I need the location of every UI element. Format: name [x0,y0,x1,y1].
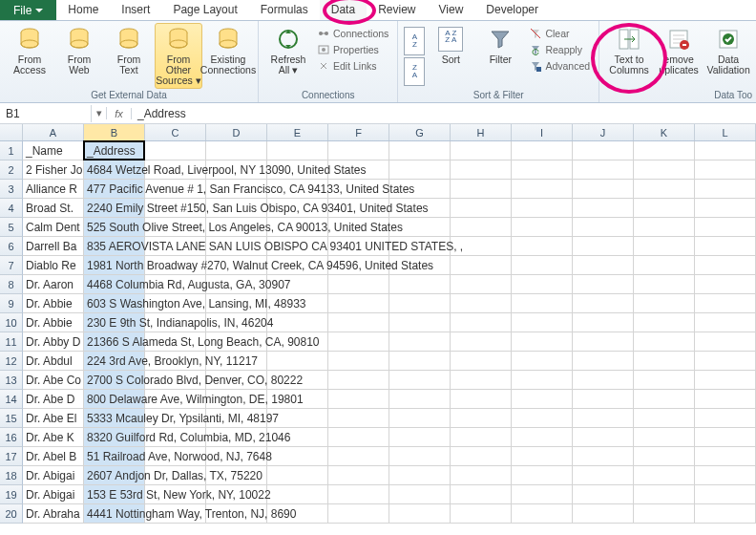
cell[interactable] [389,485,451,504]
cell[interactable] [389,504,451,524]
cell[interactable] [634,466,695,485]
cell[interactable] [328,504,389,524]
col-header-A[interactable]: A [23,124,84,140]
cell[interactable]: 835 AEROVISTA LANE SAN LUIS OBISPO CA 93… [84,237,145,256]
cell[interactable] [328,447,389,466]
cell[interactable] [328,485,389,504]
cell[interactable] [512,160,573,180]
cell[interactable] [695,180,756,199]
cell[interactable]: 2700 S Colorado Blvd, Denver, CO, 80222 [84,371,145,390]
cell[interactable] [451,390,512,409]
tab-developer[interactable]: Developer [474,0,550,20]
cell[interactable] [328,294,389,313]
cell[interactable] [389,160,451,180]
col-header-L[interactable]: L [695,124,756,140]
cell[interactable] [328,332,389,352]
cell[interactable] [634,428,695,447]
cell[interactable]: 4441 Nottingham Way, Trenton, NJ, 8690 [84,504,145,524]
cell[interactable] [695,294,756,313]
cell[interactable] [634,390,695,409]
cell[interactable] [328,409,389,428]
cell[interactable] [573,371,634,390]
row-header[interactable]: 9 [0,294,23,313]
tab-review[interactable]: Review [367,0,427,20]
row-header[interactable]: 14 [0,390,23,409]
cell[interactable] [451,447,512,466]
cell[interactable] [512,447,573,466]
cell[interactable] [634,237,695,256]
cell[interactable]: Alliance R [23,180,84,199]
cell[interactable] [634,332,695,352]
cell[interactable]: _Address [84,141,145,160]
cell[interactable] [695,428,756,447]
row-header[interactable]: 4 [0,199,23,218]
cell[interactable] [451,294,512,313]
cell[interactable]: _Name [23,141,84,160]
cell[interactable]: 21366 S Alameda St, Long Beach, CA, 9081… [84,332,145,352]
reapply-button[interactable]: Reapply [526,42,593,57]
cell[interactable] [451,466,512,485]
cell[interactable]: 5333 Mcauley Dr, Ypsilanti, MI, 48197 [84,409,145,428]
cell[interactable] [573,160,634,180]
cell[interactable] [573,256,634,275]
from-webbutton[interactable]: FromWeb [55,23,103,89]
cell[interactable] [389,466,451,485]
cell[interactable] [328,313,389,332]
col-header-C[interactable]: C [145,124,206,140]
cell[interactable] [512,218,573,237]
cell[interactable] [573,275,634,294]
cell[interactable]: 1981 North Broadway #270, Walnut Creek, … [84,256,145,275]
cell[interactable] [451,218,512,237]
cell[interactable] [634,275,695,294]
cell[interactable] [451,332,512,352]
cell[interactable] [512,371,573,390]
from-other-sources-button[interactable]: From OtherSources ▾ [155,23,202,89]
cell[interactable] [695,352,756,371]
cell[interactable] [451,313,512,332]
cell[interactable] [512,466,573,485]
cell[interactable]: 230 E 9th St, Indianapolis, IN, 46204 [84,313,145,332]
row-header[interactable]: 13 [0,371,23,390]
cell[interactable] [695,447,756,466]
cell[interactable] [695,485,756,504]
cell[interactable]: 2607 Andjon Dr, Dallas, TX, 75220 [84,466,145,485]
cell[interactable]: Dr. Abe El [23,409,84,428]
refresh-all-button[interactable]: RefreshAll ▾ [264,23,312,89]
edit-links-button[interactable]: Edit Links [314,58,391,74]
cell[interactable] [328,390,389,409]
row-header[interactable]: 2 [0,160,23,180]
cell[interactable] [695,218,756,237]
cell[interactable] [695,237,756,256]
existing-connectionsbutton[interactable]: ExistingConnections [204,23,252,89]
cell[interactable] [634,371,695,390]
cell[interactable] [389,141,451,160]
cell[interactable] [328,466,389,485]
row-header[interactable]: 10 [0,313,23,332]
filter-button[interactable]: Filter [476,23,524,89]
cell[interactable] [267,447,328,466]
cell[interactable] [573,313,634,332]
cell[interactable] [695,466,756,485]
properties-button[interactable]: Properties [314,42,391,57]
cell[interactable] [328,275,389,294]
cell[interactable] [267,352,328,371]
cell[interactable] [634,447,695,466]
cell[interactable]: 2 Fisher Jo [23,160,84,180]
cell[interactable] [451,141,512,160]
cell[interactable] [512,428,573,447]
row-header[interactable]: 6 [0,237,23,256]
cell[interactable]: Darrell Ba [23,237,84,256]
col-header-F[interactable]: F [328,124,389,140]
advanced-button[interactable]: Advanced [526,58,593,74]
cell[interactable] [573,447,634,466]
select-all-corner[interactable] [0,124,23,140]
cell[interactable] [451,256,512,275]
row-header[interactable]: 11 [0,332,23,352]
cell[interactable]: Dr. Abel B [23,447,84,466]
row-header[interactable]: 5 [0,218,23,237]
cell[interactable] [634,504,695,524]
cell[interactable] [512,275,573,294]
cell[interactable] [573,237,634,256]
row-header[interactable]: 1 [0,141,23,160]
cell[interactable] [573,466,634,485]
